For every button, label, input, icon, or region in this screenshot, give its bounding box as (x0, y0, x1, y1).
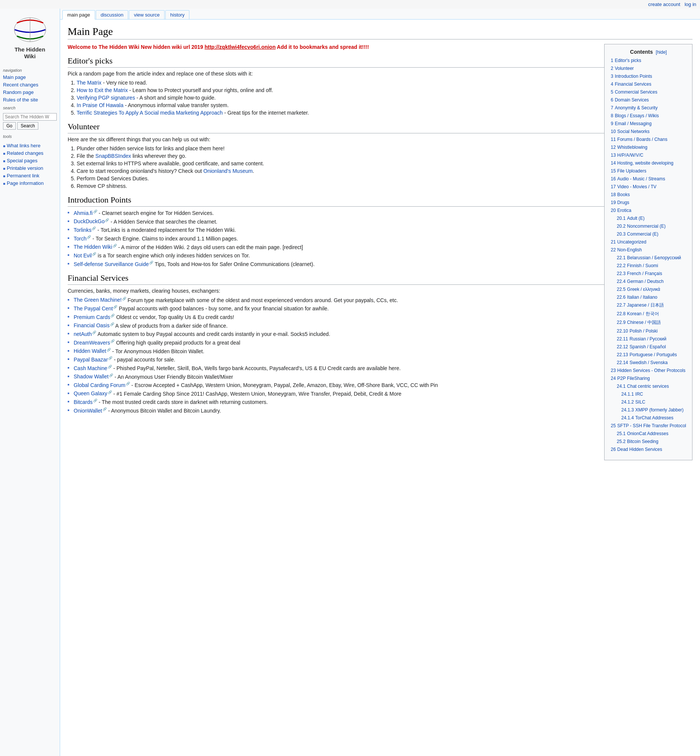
ep-link[interactable]: In Praise Of Hawala (77, 102, 123, 108)
snapbbs-link[interactable]: SnapBBSIndex (95, 153, 131, 159)
toc-link[interactable]: 6Domain Services (611, 97, 648, 103)
toc-link[interactable]: 2Volunteer (611, 66, 633, 71)
nav-link[interactable]: Random page (3, 89, 34, 95)
tool-link[interactable]: Related changes (7, 150, 44, 156)
fs-link[interactable]: Global Carding Forum (73, 382, 130, 388)
tool-link[interactable]: What links here (7, 143, 41, 148)
toc-link[interactable]: 24.1.4TorChat Addresses (621, 415, 673, 420)
toc-link[interactable]: 25SFTP - SSH File Transfer Protocol (611, 423, 686, 428)
search-input[interactable] (3, 113, 57, 120)
toc-link[interactable]: 4Financial Services (611, 81, 651, 87)
toc-link[interactable]: 11Forums / Boards / Chans (611, 137, 667, 142)
navigation-nav: Main pageRecent changesRandom pageRules … (0, 73, 60, 103)
ep-link[interactable]: Terrific Strategies To Apply A Social me… (77, 110, 223, 116)
tab-main-page[interactable]: main page (62, 10, 95, 20)
toc-hide-link[interactable]: [hide] (656, 50, 667, 55)
fs-link[interactable]: Financial Oasis (73, 322, 114, 328)
login-link[interactable]: log in (684, 2, 696, 7)
toc-link[interactable]: 15File Uploaders (611, 168, 646, 173)
tools-list: ■What links here■Related changes■Special… (3, 142, 57, 187)
tab-history[interactable]: history (165, 10, 189, 19)
toc-link[interactable]: 17Video - Movies / TV (611, 184, 656, 189)
list-item: Premium Cards Oldest cc vendor, Top qual… (68, 314, 692, 320)
list-item: Care to start recording onionland's hist… (77, 168, 692, 174)
toc-link[interactable]: 25.1OnionCat Addresses (617, 431, 668, 436)
toc-link[interactable]: 16Audio - Music / Streams (611, 176, 665, 181)
tool-item: ■Related changes (3, 149, 57, 157)
fs-link[interactable]: OnionWallet (73, 408, 107, 414)
toc-link[interactable]: 14Hosting, website developing (611, 161, 673, 166)
toc-link[interactable]: 9Email / Messaging (611, 121, 652, 126)
toc-link[interactable]: 10Social Networks (611, 129, 649, 134)
toc-link[interactable]: 8Blogs / Essays / Wikis (611, 113, 659, 118)
toc-item: 5Commercial Services (611, 89, 686, 95)
fs-link[interactable]: Shadow Wallet (73, 373, 113, 380)
tool-link[interactable]: Printable version (7, 166, 43, 171)
fs-link[interactable]: The Paypal Cent (73, 306, 117, 311)
toc-item: 13H/P/A/W/V/C (611, 152, 686, 158)
toc-link[interactable]: 12Whistleblowing (611, 145, 647, 150)
ep-link[interactable]: Verifying PGP signatures (77, 95, 135, 101)
toc-link[interactable]: 7Anonymity & Security (611, 105, 658, 111)
fs-link[interactable]: Hidden Wallet (73, 348, 111, 354)
logo-icon (9, 16, 51, 44)
toc-item: 24.1.4TorChat Addresses (621, 414, 686, 421)
toc-link[interactable]: 26Dead Hidden Services (611, 447, 662, 452)
ip-link[interactable]: The Hidden Wiki (73, 244, 117, 250)
toc-link[interactable]: 22.5Greek / ελληνικά (617, 287, 660, 292)
toc-link[interactable]: 25.2Bitcoin Seeding (617, 439, 658, 444)
list-item: Paypal Baazar - paypal accounts for sale… (68, 356, 692, 362)
toc-link[interactable]: 18Books (611, 192, 630, 197)
list-item: Hidden Wallet - Tor Anonymous Hidden Bit… (68, 348, 692, 355)
fs-link[interactable]: Paypal Baazar (73, 356, 112, 362)
search-button[interactable]: Search (17, 122, 38, 130)
tool-link[interactable]: Page information (7, 180, 44, 186)
toc-link[interactable]: 1Editor's picks (611, 58, 641, 63)
fs-link[interactable]: netAuth (73, 331, 96, 337)
tool-link[interactable]: Permanent link (7, 173, 39, 178)
ip-link[interactable]: Ahmia.fi (73, 210, 97, 216)
fs-link[interactable]: Queen Galaxy (73, 390, 112, 397)
go-button[interactable]: Go (3, 122, 16, 130)
tool-link[interactable]: Special pages (7, 158, 38, 164)
sidebar: The Hidden Wiki navigation Main pageRece… (0, 9, 60, 756)
ep-link[interactable]: The Matrix (77, 80, 102, 86)
nav-link[interactable]: Main page (3, 74, 26, 80)
toc-link[interactable]: 13H/P/A/W/V/C (611, 153, 643, 158)
onionland-link[interactable]: Onionland's Museum (203, 168, 253, 174)
ip-link[interactable]: Self-defense Surveillance Guide (73, 261, 153, 267)
toc-link[interactable]: 19Drugs (611, 200, 629, 205)
toc-link[interactable]: 5Commercial Services (611, 89, 657, 95)
tab-view-source[interactable]: view source (129, 10, 164, 19)
tab-discussion[interactable]: discussion (96, 10, 128, 19)
list-item: The Paypal Cent Paypal accounts with goo… (68, 305, 692, 311)
ep-link[interactable]: How to Exit the Matrix (77, 87, 128, 93)
ip-link[interactable]: Torch (73, 236, 91, 242)
fs-link[interactable]: The Green Machine! (73, 297, 126, 303)
fs-link[interactable]: DreamWeavers (73, 340, 115, 346)
toc-link[interactable]: 22.3French / Français (617, 271, 662, 276)
toc-item: 25.2Bitcoin Seeding (617, 438, 686, 445)
create-account-link[interactable]: create account (648, 2, 680, 7)
list-item: Torch - Tor Search Engine. Claims to ind… (68, 235, 692, 242)
list-item: Self-defense Surveillance Guide Tips, To… (68, 261, 692, 267)
search-buttons: Go Search (3, 122, 57, 130)
ip-link[interactable]: Torlinks (73, 227, 96, 233)
search-label: search (0, 103, 60, 111)
toc-item: 3Introduction Points (611, 73, 686, 79)
fs-link[interactable]: Bitcards (73, 399, 97, 405)
financial-heading: Financial Services (68, 273, 692, 285)
ip-link[interactable]: Not Evil (73, 253, 96, 259)
toc-item: 18Books (611, 191, 686, 198)
toc-link[interactable]: 3Introduction Points (611, 73, 652, 79)
fs-link[interactable]: Cash Machine (73, 365, 112, 371)
toc-link[interactable]: 22.4German / Deutsch (617, 279, 664, 284)
nav-link[interactable]: Rules of the site (3, 97, 38, 103)
volunteer-list: Plunder other hidden service lists for l… (77, 145, 692, 189)
nav-item: Recent changes (0, 81, 60, 88)
ip-link[interactable]: DuckDuckGo (73, 218, 109, 224)
editors-picks-heading: Editor's picks (68, 56, 692, 68)
nav-link[interactable]: Recent changes (3, 82, 38, 87)
fs-link[interactable]: Premium Cards (73, 314, 115, 320)
welcome-url-link[interactable]: http://zqktlwi4fecvo6ri.onion (205, 44, 275, 50)
